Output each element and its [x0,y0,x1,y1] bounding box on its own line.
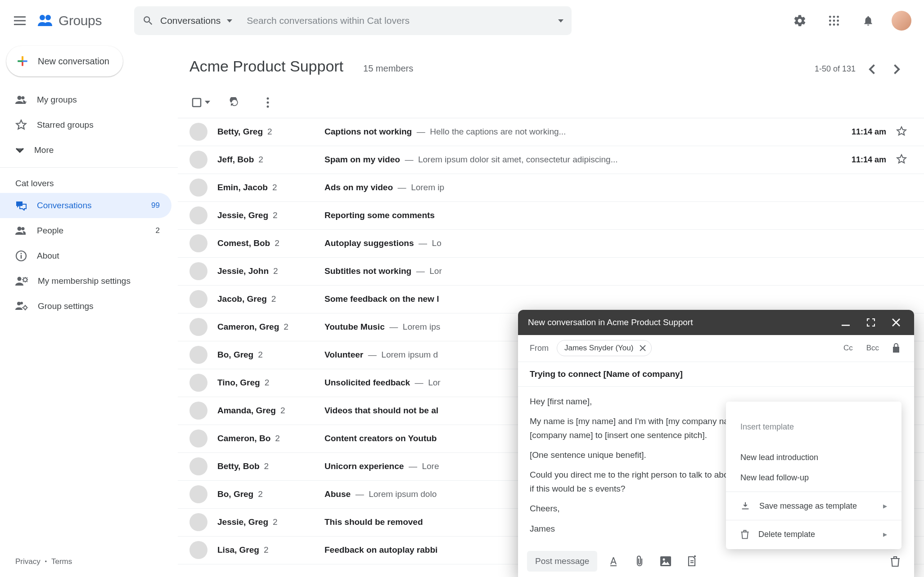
template-menu-header: Insert template [726,406,901,447]
svg-rect-1 [14,20,26,22]
refresh-button[interactable] [225,94,243,112]
hamburger-menu-icon[interactable] [9,10,31,31]
bcc-button[interactable]: Bcc [864,344,882,353]
svg-point-31 [663,559,665,561]
nav-icon [15,119,27,131]
compose-header: New conversation in Acme Product Support [518,310,914,335]
nav-icon [15,226,27,236]
nav-icon [15,250,27,262]
insert-image-icon[interactable] [656,551,676,571]
svg-rect-20 [21,253,22,255]
terms-link[interactable]: Terms [51,557,72,566]
save-template-item[interactable]: Save message as template ▸ [726,496,901,516]
nav-icon [15,301,28,312]
svg-point-21 [18,277,22,281]
sidebar-item-conversations[interactable]: Conversations99 [0,193,171,218]
attachment-icon[interactable] [630,551,649,571]
conversation-senders: Betty, Bob2 [217,461,315,471]
conversation-row[interactable]: Jessie, Greg2 Reporting some comments [178,202,924,230]
svg-rect-17 [18,60,23,62]
conversation-summary: Spam on my video — Lorem ipsum dolor sit… [325,155,842,165]
sidebar-item-my-groups[interactable]: My groups [0,87,171,112]
sidebar-item-people[interactable]: People2 [0,218,171,243]
new-conversation-button[interactable]: New conversation [6,46,123,76]
sidebar-item-my-membership-settings[interactable]: My membership settings [0,268,171,294]
svg-point-9 [833,20,835,22]
pager-prev-button[interactable] [863,60,881,78]
header-actions [789,10,911,31]
template-menu: Insert template New lead introductionNew… [726,402,901,549]
minimize-icon[interactable] [838,314,854,331]
search-input[interactable] [247,15,545,26]
compose-toolbar: Post message [518,546,914,577]
search-bar: Conversations [134,6,572,35]
template-item[interactable]: New lead follow-up [726,468,901,488]
templates-icon[interactable] [682,551,702,571]
more-actions-button[interactable] [259,94,277,112]
cc-button[interactable]: Cc [841,344,856,353]
search-options-icon[interactable] [558,19,563,22]
svg-point-22 [23,278,27,282]
sidebar-item-about[interactable]: About [0,243,171,268]
group-title: Acme Product Support [189,58,343,75]
svg-rect-29 [610,565,617,566]
template-item[interactable]: New lead introduction [726,447,901,468]
trash-icon [740,529,749,539]
svg-point-23 [24,306,27,309]
sender-avatar [189,262,207,280]
conversation-row[interactable]: Betty, Greg2 Captions not working — Hell… [178,118,924,146]
sender-avatar [189,206,207,224]
svg-rect-19 [21,255,22,259]
svg-point-11 [829,23,831,26]
privacy-link[interactable]: Privacy [15,557,41,566]
conversation-senders: Jeff, Bob2 [217,155,315,165]
compose-subject[interactable]: Trying to connect [Name of company] [518,362,914,387]
conversation-row[interactable]: Emin, Jacob2 Ads on my video — Lorem ip [178,174,924,202]
product-logo[interactable]: Groups [36,12,129,30]
conversation-summary: Captions not working — Hello the caption… [325,127,842,137]
plus-icon [15,54,30,68]
conversation-summary: Reporting some comments [325,210,908,220]
remove-chip-icon[interactable] [638,343,648,353]
text-format-icon[interactable] [604,551,623,571]
conversation-row[interactable]: Jeff, Bob2 Spam on my video — Lorem ipsu… [178,146,924,174]
close-icon[interactable] [888,314,904,331]
apps-grid-icon[interactable] [823,10,845,31]
star-icon[interactable] [896,126,908,138]
divider [0,167,178,168]
settings-icon[interactable] [789,10,811,31]
star-icon[interactable] [896,154,908,165]
sidebar-item-group-settings[interactable]: Group settings [0,294,171,319]
chevron-right-icon: ▸ [883,529,887,539]
compose-dialog: New conversation in Acme Product Support… [518,310,914,577]
nav-icon [15,148,24,153]
sender-avatar [189,234,207,252]
conversation-row[interactable]: Comest, Bob2 Autoplay suggestions — Lo [178,230,924,258]
svg-point-25 [267,97,269,99]
select-all-checkbox[interactable] [191,97,210,108]
sender-avatar [189,429,207,447]
delete-draft-icon[interactable] [885,551,905,571]
svg-rect-2 [14,24,26,25]
pager-next-button[interactable] [888,60,906,78]
conversation-senders: Jessie, Greg2 [217,210,315,220]
post-message-button[interactable]: Post message [527,551,597,572]
svg-point-5 [829,16,831,18]
conversation-senders: Bo, Greg2 [217,350,315,360]
lock-icon[interactable] [890,342,902,354]
sidebar-item-more[interactable]: More [0,138,171,163]
svg-point-12 [833,23,835,26]
conversation-row[interactable]: Jessie, John2 Subtitles not working — Lo… [178,258,924,286]
sidebar-item-starred-groups[interactable]: Starred groups [0,112,171,138]
fullscreen-icon[interactable] [863,314,879,331]
conversation-senders: Tino, Greg2 [217,378,315,388]
conversation-row[interactable]: Jacob, Greg2 Some feedback on the new l [178,286,924,313]
account-avatar[interactable] [892,11,911,31]
from-chip[interactable]: James Snyder (You) [557,340,652,356]
product-name: Groups [59,13,102,28]
conversation-senders: Emin, Jacob2 [217,183,315,192]
sender-avatar [189,513,207,531]
notifications-icon[interactable] [857,10,879,31]
search-scope-dropdown[interactable]: Conversations [134,6,240,35]
delete-template-item[interactable]: Delete template ▸ [726,524,901,545]
